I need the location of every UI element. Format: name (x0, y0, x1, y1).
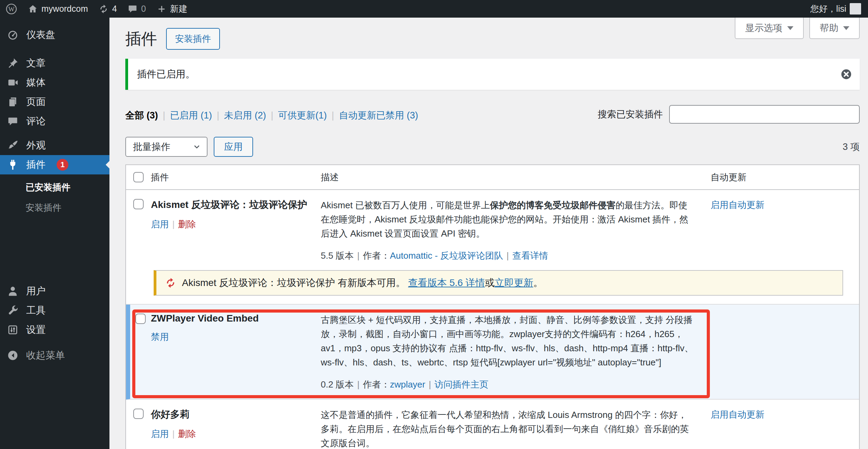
column-header-plugin[interactable]: 插件 (151, 171, 321, 183)
sidebar-item-media[interactable]: 媒体 (0, 73, 109, 92)
author-link[interactable]: Automattic - 反垃圾评论团队 (390, 250, 503, 261)
select-all-checkbox[interactable] (133, 172, 144, 182)
row-checkbox[interactable] (133, 199, 144, 209)
row-checkbox[interactable] (133, 409, 144, 419)
filter-auto-updates-disabled[interactable]: 自动更新已禁用 (3) (339, 110, 418, 121)
content-area: 显示选项 帮助 插件 安装插件 插件已启用。 全部 (3)|已启用 (109, 18, 868, 449)
row-checkbox[interactable] (135, 314, 146, 324)
new-content-menu[interactable]: 新建 (156, 0, 187, 18)
wrench-icon (7, 305, 19, 316)
sidebar-item-label: 页面 (26, 95, 46, 108)
plugin-status-filters: 全部 (3)|已启用 (1)|未启用 (2)|可供更新(1)|自动更新已禁用 (… (125, 105, 418, 122)
help-button[interactable]: 帮助 (809, 18, 860, 39)
greeting-text: 您好，lisi (810, 3, 846, 15)
sidebar-item-dashboard[interactable]: 仪表盘 (0, 25, 109, 45)
user-icon (7, 285, 19, 297)
sidebar-item-comments[interactable]: 评论 (0, 112, 109, 131)
plugin-meta: 0.2 版本|作者：zwplayer|访问插件主页 (321, 379, 694, 391)
avatar (850, 3, 861, 15)
delete-link[interactable]: 删除 (178, 429, 196, 439)
sidebar-item-users[interactable]: 用户 (0, 281, 109, 301)
page-title: 插件 (125, 30, 157, 48)
sidebar-item-label: 评论 (26, 115, 46, 128)
update-refresh-icon (165, 277, 176, 289)
plugin-meta: 5.5 版本|作者：Automattic - 反垃圾评论团队|查看详情 (321, 250, 694, 262)
column-header-description: 描述 (321, 171, 706, 183)
new-label: 新建 (170, 3, 187, 15)
sidebar-item-pages[interactable]: 页面 (0, 92, 109, 112)
sidebar-item-label: 外观 (26, 139, 46, 152)
screen-options-label: 显示选项 (745, 22, 782, 34)
screen-options-button[interactable]: 显示选项 (735, 18, 804, 39)
comments-icon (7, 115, 19, 127)
sidebar-item-collapse-menu[interactable]: 收起菜单 (0, 346, 109, 365)
search-label: 搜索已安装插件 (598, 108, 663, 121)
filter-update-available[interactable]: 可供更新(1) (278, 110, 327, 121)
sidebar-item-label: 工具 (26, 304, 46, 317)
activate-link[interactable]: 启用 (151, 219, 169, 229)
sliders-icon (7, 324, 19, 336)
dashboard-icon (7, 29, 19, 41)
site-menu[interactable]: mywordcom (28, 0, 88, 18)
dismiss-notice-icon[interactable] (840, 68, 852, 80)
comment-count: 0 (141, 4, 146, 14)
column-header-auto-update: 自动更新 (706, 171, 859, 183)
item-count: 3 项 (842, 141, 860, 153)
sidebar-item-settings[interactable]: 设置 (0, 320, 109, 340)
sidebar-item-appearance[interactable]: 外观 (0, 136, 109, 155)
chevron-down-icon (843, 26, 849, 33)
plus-icon (156, 4, 167, 14)
table-row-zwplayer: ZWPlayer Video Embed 禁用 古腾堡区块 + 短代码双用，支持… (126, 305, 859, 400)
my-account-menu[interactable]: 您好，lisi (810, 0, 861, 18)
add-plugin-button[interactable]: 安装插件 (166, 28, 220, 50)
search-input[interactable] (669, 105, 860, 124)
plugins-table: 插件 描述 自动更新 Akismet 反垃圾评论：垃圾评论保护 启用|删除 Ak… (125, 164, 860, 449)
sidebar-item-plugins[interactable]: 插件 1 (0, 155, 109, 174)
svg-text:W: W (8, 5, 15, 12)
pushpin-icon (7, 57, 19, 69)
activate-link[interactable]: 启用 (151, 429, 169, 439)
filter-all[interactable]: 全部 (3) (125, 110, 158, 121)
update-now-link[interactable]: 立即更新 (494, 277, 533, 288)
bulk-action-label: 批量操作 (133, 141, 170, 153)
enable-auto-update-link[interactable]: 启用自动更新 (711, 409, 764, 420)
filter-inactive[interactable]: 未启用 (2) (224, 110, 266, 121)
sidebar-item-tools[interactable]: 工具 (0, 301, 109, 320)
wordpress-logo-menu[interactable]: W (6, 0, 17, 18)
pages-icon (7, 96, 19, 108)
sidebar-item-label: 设置 (26, 323, 46, 336)
admin-bar: W mywordcom 4 0 (0, 0, 868, 18)
notice-text: 插件已启用。 (137, 69, 195, 79)
filter-active[interactable]: 已启用 (1) (170, 110, 212, 121)
table-row-hello-dolly: 你好多莉 启用|删除 这不是普通的插件，它象征着一代人希望和热情，浓缩成 Lou… (126, 400, 859, 449)
author-link[interactable]: zwplayer (390, 379, 425, 390)
media-icon (7, 77, 19, 88)
view-version-details-link[interactable]: 查看版本 5.6 详情 (408, 277, 485, 288)
table-row-akismet: Akismet 反垃圾评论：垃圾评论保护 启用|删除 Akismet 已被数百万… (126, 190, 859, 270)
comment-bubble-icon (127, 4, 138, 14)
comments-menu[interactable]: 0 (127, 0, 146, 18)
apply-button[interactable]: 应用 (214, 137, 253, 157)
sidebar-item-label: 媒体 (26, 76, 46, 89)
plugins-submenu: 已安装插件 安装插件 (0, 174, 109, 223)
sidebar-item-installed-plugins[interactable]: 已安装插件 (0, 177, 109, 198)
sidebar-item-label: 用户 (26, 285, 46, 298)
visit-plugin-site-link[interactable]: 访问插件主页 (435, 379, 489, 390)
help-label: 帮助 (820, 22, 838, 34)
sidebar-item-label: 插件 (26, 158, 46, 171)
plugin-name: Akismet 反垃圾评论：垃圾评论保护 (151, 198, 313, 211)
view-details-link[interactable]: 查看详情 (512, 250, 548, 261)
collapse-arrow-icon (7, 350, 19, 361)
sidebar-item-add-plugins[interactable]: 安装插件 (0, 198, 109, 218)
deactivate-link[interactable]: 禁用 (151, 332, 169, 342)
update-notice: Akismet 反垃圾评论：垃圾评论保护 有新版本可用。 查看版本 5.6 详情… (154, 270, 843, 296)
bulk-action-select[interactable]: 批量操作 (125, 137, 208, 157)
updates-menu[interactable]: 4 (98, 0, 117, 18)
wordpress-plugins-page: W mywordcom 4 0 (0, 0, 868, 449)
sidebar-item-posts[interactable]: 文章 (0, 54, 109, 73)
chevron-down-icon (192, 142, 201, 151)
delete-link[interactable]: 删除 (178, 219, 196, 229)
enable-auto-update-link[interactable]: 启用自动更新 (711, 200, 764, 210)
updates-icon (98, 4, 109, 14)
plugin-description: 这不是普通的插件，它象征着一代人希望和热情，浓缩成 Louis Armstron… (321, 408, 694, 449)
